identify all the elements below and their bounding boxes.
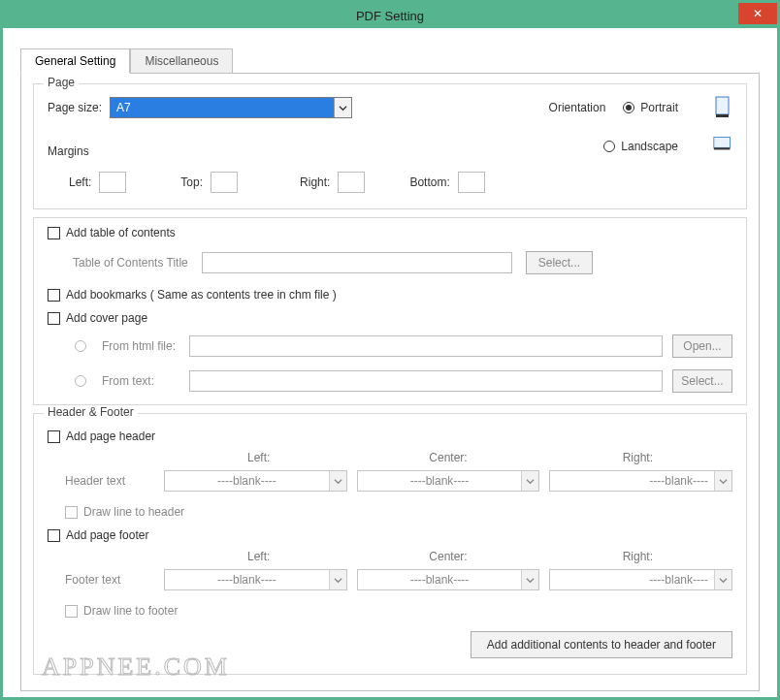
checkbox-icon bbox=[48, 312, 60, 325]
svg-rect-0 bbox=[716, 97, 729, 114]
combo-header-left[interactable]: ----blank---- bbox=[164, 470, 347, 492]
button-select-text[interactable]: Select... bbox=[672, 369, 732, 393]
watermark: APPNEE.COM bbox=[42, 652, 230, 682]
button-open[interactable]: Open... bbox=[672, 334, 732, 358]
radio-icon bbox=[623, 102, 634, 113]
check-add-footer[interactable]: Add page footer bbox=[48, 528, 732, 542]
label-top: Top: bbox=[180, 175, 203, 189]
checkbox-icon bbox=[65, 506, 78, 519]
chevron-down-icon bbox=[334, 98, 351, 117]
checkbox-icon bbox=[48, 289, 60, 302]
group-page-title: Page bbox=[44, 76, 79, 89]
combo-page-size-value: A7 bbox=[111, 101, 334, 114]
label-header-text: Header text bbox=[48, 474, 154, 488]
chevron-down-icon bbox=[714, 471, 731, 491]
label-page-size: Page size: bbox=[48, 101, 102, 114]
radio-from-html[interactable] bbox=[75, 340, 86, 352]
input-toc-title[interactable] bbox=[202, 252, 512, 273]
group-toc: Add table of contents Table of Contents … bbox=[33, 217, 747, 405]
label-col-left-2: Left: bbox=[164, 550, 353, 563]
landscape-page-icon bbox=[713, 135, 732, 158]
label-col-center-2: Center: bbox=[353, 550, 542, 563]
check-add-toc[interactable]: Add table of contents bbox=[48, 226, 732, 239]
check-add-bookmarks[interactable]: Add bookmarks ( Same as contents tree in… bbox=[48, 288, 732, 302]
window: PDF Setting ✕ General Setting Miscellane… bbox=[0, 0, 780, 700]
radio-landscape[interactable]: Landscape bbox=[603, 140, 678, 153]
check-draw-line-header[interactable]: Draw line to header bbox=[48, 505, 732, 519]
portrait-page-icon bbox=[713, 96, 732, 119]
check-draw-line-footer[interactable]: Draw line to footer bbox=[48, 604, 732, 618]
svg-rect-2 bbox=[714, 137, 731, 147]
input-from-text[interactable] bbox=[189, 370, 663, 392]
client-area: General Setting Miscellaneous Page Page … bbox=[3, 28, 777, 700]
combo-footer-center[interactable]: ----blank---- bbox=[357, 569, 540, 590]
label-left: Left: bbox=[69, 175, 91, 189]
input-margin-bottom[interactable] bbox=[458, 172, 485, 193]
button-additional-contents[interactable]: Add additional contents to header and fo… bbox=[471, 631, 732, 658]
combo-footer-right[interactable]: ----blank---- bbox=[549, 569, 732, 590]
input-from-html[interactable] bbox=[189, 335, 663, 357]
svg-rect-1 bbox=[716, 114, 729, 117]
button-toc-select[interactable]: Select... bbox=[526, 251, 593, 274]
radio-from-text[interactable] bbox=[75, 375, 86, 387]
chevron-down-icon bbox=[329, 471, 346, 491]
label-orientation: Orientation bbox=[549, 101, 606, 114]
input-margin-left[interactable] bbox=[99, 172, 126, 193]
tab-panel: Page Page size: A7 Orientation Portrait bbox=[20, 73, 760, 691]
combo-page-size[interactable]: A7 bbox=[110, 97, 352, 118]
close-icon: ✕ bbox=[753, 7, 763, 20]
checkbox-icon bbox=[65, 605, 78, 618]
group-page: Page Page size: A7 Orientation Portrait bbox=[33, 83, 747, 209]
checkbox-icon bbox=[48, 529, 60, 542]
tab-general-setting[interactable]: General Setting bbox=[20, 48, 130, 74]
input-margin-top[interactable] bbox=[211, 172, 238, 193]
label-from-text: From text: bbox=[102, 374, 179, 388]
tab-miscellaneous[interactable]: Miscellaneous bbox=[130, 48, 233, 74]
checkbox-icon bbox=[48, 430, 60, 443]
combo-header-right[interactable]: ----blank---- bbox=[549, 470, 732, 492]
check-add-header[interactable]: Add page header bbox=[48, 430, 732, 443]
group-hf-title: Header & Footer bbox=[44, 405, 138, 419]
chevron-down-icon bbox=[521, 471, 538, 491]
close-button[interactable]: ✕ bbox=[738, 3, 777, 24]
label-col-center: Center: bbox=[353, 451, 542, 464]
checkbox-icon bbox=[48, 227, 60, 239]
combo-footer-left[interactable]: ----blank---- bbox=[164, 569, 347, 590]
label-footer-text: Footer text bbox=[48, 573, 154, 587]
titlebar: PDF Setting ✕ bbox=[3, 3, 777, 28]
combo-header-center[interactable]: ----blank---- bbox=[357, 470, 540, 492]
label-col-left: Left: bbox=[164, 451, 353, 464]
label-toc-title: Table of Contents Title bbox=[73, 256, 188, 270]
window-title: PDF Setting bbox=[356, 9, 424, 23]
label-margins: Margins bbox=[48, 144, 89, 158]
label-from-html: From html file: bbox=[102, 339, 179, 353]
label-bottom: Bottom: bbox=[409, 175, 449, 189]
chevron-down-icon bbox=[329, 570, 346, 589]
chevron-down-icon bbox=[521, 570, 538, 589]
input-margin-right[interactable] bbox=[338, 172, 365, 193]
check-add-cover[interactable]: Add cover page bbox=[48, 311, 732, 325]
chevron-down-icon bbox=[714, 570, 731, 589]
label-right: Right: bbox=[300, 175, 330, 189]
label-col-right: Right: bbox=[543, 451, 732, 464]
radio-icon bbox=[603, 141, 615, 152]
svg-rect-3 bbox=[714, 147, 731, 149]
tab-strip: General Setting Miscellaneous bbox=[20, 48, 760, 74]
group-header-footer: Header & Footer Add page header Left: Ce… bbox=[33, 413, 747, 675]
radio-portrait[interactable]: Portrait bbox=[623, 101, 678, 114]
label-col-right-2: Right: bbox=[543, 550, 732, 563]
